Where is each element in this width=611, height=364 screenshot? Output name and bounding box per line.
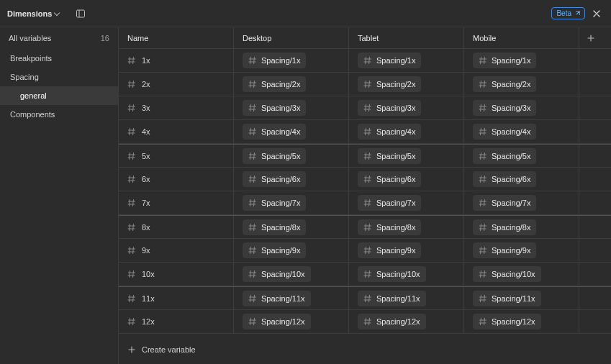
- variable-value-cell[interactable]: Spacing/4x: [234, 120, 349, 143]
- variable-alias-chip[interactable]: Spacing/1x: [358, 53, 421, 68]
- variable-value-cell[interactable]: Spacing/3x: [464, 96, 579, 119]
- variable-value-cell[interactable]: Spacing/6x: [349, 168, 464, 191]
- variable-value-cell[interactable]: Spacing/8x: [349, 216, 464, 238]
- variable-value-cell[interactable]: Spacing/10x: [234, 263, 349, 286]
- variable-alias-chip[interactable]: Spacing/2x: [243, 76, 306, 92]
- variable-alias-chip[interactable]: Spacing/10x: [358, 266, 426, 282]
- variable-alias-chip[interactable]: Spacing/6x: [243, 171, 306, 187]
- variable-value-cell[interactable]: Spacing/1x: [464, 49, 579, 72]
- variable-value-cell[interactable]: Spacing/5x: [464, 145, 579, 167]
- variable-alias-chip[interactable]: Spacing/4x: [358, 124, 421, 140]
- variable-alias-chip[interactable]: Spacing/9x: [358, 242, 421, 258]
- variable-alias-chip[interactable]: Spacing/6x: [358, 171, 421, 187]
- variable-name-cell[interactable]: 4x: [119, 120, 234, 143]
- variable-alias-chip[interactable]: Spacing/4x: [243, 124, 306, 140]
- column-header-name[interactable]: Name: [119, 27, 234, 48]
- variable-value-cell[interactable]: Spacing/10x: [349, 263, 464, 286]
- collection-dropdown[interactable]: Dimensions: [7, 9, 59, 18]
- variable-alias-chip[interactable]: Spacing/10x: [473, 266, 541, 282]
- variable-alias-chip[interactable]: Spacing/3x: [358, 100, 421, 116]
- variable-alias-chip[interactable]: Spacing/11x: [358, 291, 426, 306]
- variable-alias-chip[interactable]: Spacing/1x: [473, 53, 536, 68]
- close-button[interactable]: [589, 6, 604, 21]
- create-variable-button[interactable]: Create variable: [119, 335, 611, 364]
- variable-value-cell[interactable]: Spacing/2x: [464, 73, 579, 96]
- table-row[interactable]: 4xSpacing/4xSpacing/4xSpacing/4x: [119, 120, 611, 144]
- variable-value-cell[interactable]: Spacing/5x: [234, 145, 349, 167]
- table-row[interactable]: 3xSpacing/3xSpacing/3xSpacing/3x: [119, 96, 611, 120]
- variable-value-cell[interactable]: Spacing/9x: [234, 239, 349, 262]
- column-header-desktop[interactable]: Desktop: [234, 27, 349, 48]
- variable-value-cell[interactable]: Spacing/10x: [464, 263, 579, 286]
- variable-value-cell[interactable]: Spacing/8x: [234, 216, 349, 238]
- variable-alias-chip[interactable]: Spacing/11x: [473, 291, 541, 306]
- variable-value-cell[interactable]: Spacing/11x: [464, 287, 579, 309]
- beta-badge[interactable]: Beta: [551, 7, 585, 19]
- variable-value-cell[interactable]: Spacing/7x: [464, 191, 579, 214]
- variable-alias-chip[interactable]: Spacing/12x: [243, 314, 311, 329]
- variable-name-cell[interactable]: 1x: [119, 49, 234, 72]
- variable-name-cell[interactable]: 7x: [119, 191, 234, 214]
- column-header-mobile[interactable]: Mobile: [464, 27, 579, 48]
- variable-alias-chip[interactable]: Spacing/4x: [473, 124, 536, 140]
- table-row[interactable]: 7xSpacing/7xSpacing/7xSpacing/7x: [119, 191, 611, 215]
- variable-alias-chip[interactable]: Spacing/7x: [473, 195, 536, 211]
- variable-alias-chip[interactable]: Spacing/5x: [243, 148, 306, 164]
- variable-value-cell[interactable]: Spacing/9x: [464, 239, 579, 262]
- sidebar-all-variables[interactable]: All variables 16: [0, 27, 118, 49]
- variable-alias-chip[interactable]: Spacing/2x: [473, 76, 536, 92]
- variable-alias-chip[interactable]: Spacing/12x: [358, 314, 426, 329]
- variable-value-cell[interactable]: Spacing/12x: [234, 310, 349, 333]
- variable-alias-chip[interactable]: Spacing/12x: [473, 314, 541, 329]
- sidebar-item-spacing[interactable]: Spacing: [0, 68, 118, 86]
- variable-alias-chip[interactable]: Spacing/1x: [243, 53, 306, 68]
- table-row[interactable]: 10xSpacing/10xSpacing/10xSpacing/10x: [119, 263, 611, 286]
- variable-alias-chip[interactable]: Spacing/7x: [358, 195, 421, 211]
- variable-value-cell[interactable]: Spacing/5x: [349, 145, 464, 167]
- variable-alias-chip[interactable]: Spacing/5x: [358, 148, 421, 164]
- table-row[interactable]: 8xSpacing/8xSpacing/8xSpacing/8x: [119, 215, 611, 239]
- variable-value-cell[interactable]: Spacing/3x: [349, 96, 464, 119]
- table-row[interactable]: 12xSpacing/12xSpacing/12xSpacing/12x: [119, 310, 611, 334]
- variable-alias-chip[interactable]: Spacing/8x: [358, 219, 421, 235]
- sidebar-item-spacing-general[interactable]: general: [0, 86, 118, 105]
- variable-alias-chip[interactable]: Spacing/3x: [473, 100, 536, 116]
- variable-alias-chip[interactable]: Spacing/10x: [243, 266, 311, 282]
- variable-value-cell[interactable]: Spacing/6x: [234, 168, 349, 191]
- sidebar-item-components[interactable]: Components: [0, 105, 118, 124]
- variable-value-cell[interactable]: Spacing/4x: [464, 120, 579, 143]
- variable-alias-chip[interactable]: Spacing/3x: [243, 100, 306, 116]
- variable-value-cell[interactable]: Spacing/8x: [464, 216, 579, 238]
- variable-alias-chip[interactable]: Spacing/7x: [243, 195, 306, 211]
- variable-alias-chip[interactable]: Spacing/8x: [243, 219, 306, 235]
- column-header-tablet[interactable]: Tablet: [349, 27, 464, 48]
- variable-name-cell[interactable]: 6x: [119, 168, 234, 191]
- variable-alias-chip[interactable]: Spacing/6x: [473, 171, 536, 187]
- variable-name-cell[interactable]: 5x: [119, 145, 234, 167]
- variable-value-cell[interactable]: Spacing/9x: [349, 239, 464, 262]
- variable-value-cell[interactable]: Spacing/11x: [234, 287, 349, 309]
- variable-value-cell[interactable]: Spacing/12x: [349, 310, 464, 333]
- variable-alias-chip[interactable]: Spacing/2x: [358, 76, 421, 92]
- sidebar-item-breakpoints[interactable]: Breakpoints: [0, 49, 118, 68]
- variable-name-cell[interactable]: 9x: [119, 239, 234, 262]
- variable-name-cell[interactable]: 10x: [119, 263, 234, 286]
- variable-value-cell[interactable]: Spacing/2x: [234, 73, 349, 96]
- variable-value-cell[interactable]: Spacing/1x: [349, 49, 464, 72]
- add-mode-button[interactable]: [579, 27, 602, 48]
- table-row[interactable]: 9xSpacing/9xSpacing/9xSpacing/9x: [119, 239, 611, 263]
- table-row[interactable]: 11xSpacing/11xSpacing/11xSpacing/11x: [119, 286, 611, 310]
- variable-value-cell[interactable]: Spacing/2x: [349, 73, 464, 96]
- variable-value-cell[interactable]: Spacing/6x: [464, 168, 579, 191]
- variable-value-cell[interactable]: Spacing/4x: [349, 120, 464, 143]
- variable-value-cell[interactable]: Spacing/12x: [464, 310, 579, 333]
- variable-value-cell[interactable]: Spacing/1x: [234, 49, 349, 72]
- variable-alias-chip[interactable]: Spacing/11x: [243, 291, 311, 306]
- panel-toggle-button[interactable]: [73, 6, 88, 21]
- variable-alias-chip[interactable]: Spacing/9x: [473, 242, 536, 258]
- variable-value-cell[interactable]: Spacing/7x: [234, 191, 349, 214]
- variable-value-cell[interactable]: Spacing/7x: [349, 191, 464, 214]
- variable-value-cell[interactable]: Spacing/11x: [349, 287, 464, 309]
- table-row[interactable]: 2xSpacing/2xSpacing/2xSpacing/2x: [119, 73, 611, 96]
- variable-alias-chip[interactable]: Spacing/8x: [473, 219, 536, 235]
